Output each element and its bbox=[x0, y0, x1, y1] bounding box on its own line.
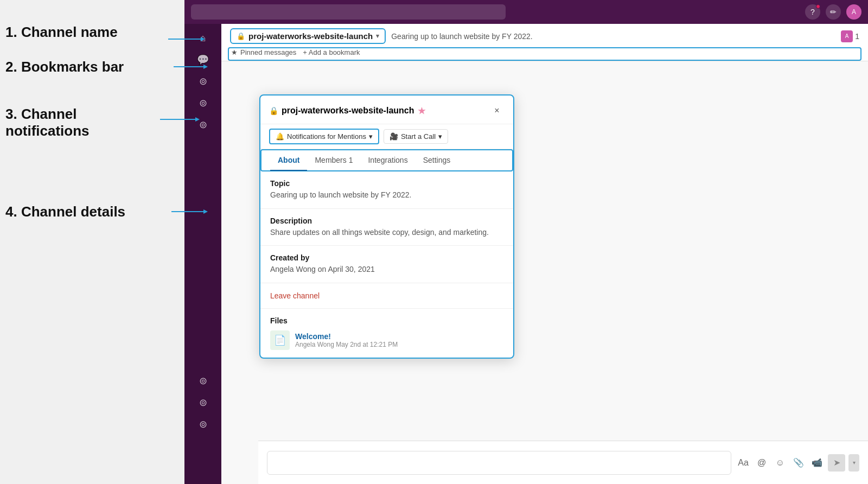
lock-icon: 🔒 bbox=[237, 32, 245, 40]
panel-tabs: About Members 1 Integrations Settings bbox=[260, 149, 513, 171]
emoji-button[interactable]: ☺ bbox=[773, 455, 788, 470]
top-bar: ? ✏ A bbox=[184, 0, 868, 24]
leave-channel-link[interactable]: Leave channel bbox=[270, 291, 320, 300]
channel-name: proj-waterworks-website-launch bbox=[248, 31, 373, 41]
video-call-button[interactable]: 📹 bbox=[809, 455, 825, 470]
annotation-2: 2. Bookmarks bar bbox=[5, 59, 124, 75]
sidebar-icon-settings3[interactable]: ⊚ bbox=[193, 415, 213, 434]
sidebar-icon-nav2[interactable]: ⊚ bbox=[193, 115, 213, 135]
sidebar-icon-home[interactable]: ⌂ bbox=[193, 28, 213, 48]
star-icon[interactable]: ★ bbox=[418, 106, 425, 116]
member-avatar: A bbox=[841, 30, 853, 42]
bell-icon: 🔔 bbox=[276, 132, 284, 141]
mention-button[interactable]: @ bbox=[754, 455, 769, 470]
sidebar-icon-nav1[interactable]: ⊚ bbox=[193, 93, 213, 113]
files-section: Files 📄 Welcome! Angela Wong May 2nd at … bbox=[260, 309, 513, 358]
file-info: Welcome! Angela Wong May 2nd at 12:21 PM bbox=[295, 332, 398, 348]
send-dropdown[interactable]: ▾ bbox=[848, 454, 859, 472]
annotation-4: 4. Channel details bbox=[5, 203, 125, 220]
send-button[interactable]: ➤ bbox=[828, 454, 845, 472]
panel-title: 🔒 proj-waterworks-website-launch ★ bbox=[269, 106, 425, 116]
leave-channel-section: Leave channel bbox=[260, 283, 513, 309]
tab-integrations[interactable]: Integrations bbox=[360, 150, 415, 171]
user-avatar[interactable]: A bbox=[846, 4, 861, 20]
annotation-3: 3. Channelnotifications bbox=[5, 106, 90, 139]
channel-details-panel: 🔒 proj-waterworks-website-launch ★ × 🔔 N… bbox=[259, 94, 514, 359]
created-by-label: Created by bbox=[270, 253, 503, 262]
start-call-label: Start a Call bbox=[401, 132, 436, 141]
tab-members[interactable]: Members 1 bbox=[307, 150, 360, 171]
sidebar-icon-settings2[interactable]: ⊚ bbox=[193, 393, 213, 412]
search-bar[interactable] bbox=[191, 4, 506, 20]
sidebar: ⌂ 💬 ⊚ ⊚ ⊚ ⊚ ⊚ ⊚ bbox=[184, 24, 221, 484]
add-bookmark-label: + Add a bookmark bbox=[303, 48, 360, 56]
help-icon[interactable]: ? bbox=[805, 4, 820, 20]
add-bookmark[interactable]: + Add a bookmark bbox=[303, 48, 360, 56]
message-input[interactable] bbox=[267, 451, 731, 475]
member-count[interactable]: A 1 bbox=[841, 30, 859, 42]
channel-name-pill[interactable]: 🔒 proj-waterworks-website-launch ▾ bbox=[230, 28, 386, 44]
notifications-label: Notifications for Mentions bbox=[287, 132, 366, 141]
annotation-1: 1. Channel name bbox=[5, 24, 118, 41]
files-label: Files bbox=[270, 316, 503, 325]
text-format-button[interactable]: Aa bbox=[736, 455, 751, 470]
topic-section: Topic Gearing up to launch website by FY… bbox=[260, 171, 513, 209]
tab-settings[interactable]: Settings bbox=[416, 150, 458, 171]
panel-body: Topic Gearing up to launch website by FY… bbox=[260, 171, 513, 358]
created-by-section: Created by Angela Wong on April 30, 2021 bbox=[260, 246, 513, 283]
file-name[interactable]: Welcome! bbox=[295, 332, 398, 341]
notifications-chevron: ▾ bbox=[369, 132, 373, 141]
close-button[interactable]: × bbox=[489, 103, 505, 118]
panel-lock-icon: 🔒 bbox=[269, 106, 278, 115]
description-section: Description Share updates on all things … bbox=[260, 209, 513, 246]
message-toolbar: Aa @ ☺ 📎 📹 ➤ ▾ bbox=[736, 454, 859, 472]
sidebar-icon-settings1[interactable]: ⊚ bbox=[193, 371, 213, 391]
sidebar-icon-mentions[interactable]: ⊚ bbox=[193, 72, 213, 91]
topic-value: Gearing up to launch website by FY 2022. bbox=[270, 190, 503, 201]
bookmarks-bar: ★ Pinned messages + Add a bookmark bbox=[228, 47, 861, 61]
panel-header: 🔒 proj-waterworks-website-launch ★ × bbox=[260, 95, 513, 124]
close-icon: × bbox=[494, 106, 499, 116]
tab-about[interactable]: About bbox=[270, 150, 307, 171]
file-meta: Angela Wong May 2nd at 12:21 PM bbox=[295, 341, 398, 348]
top-bar-left bbox=[191, 4, 506, 20]
notification-badge bbox=[816, 4, 820, 9]
content-area: ⌂ 💬 ⊚ ⊚ ⊚ ⊚ ⊚ ⊚ 🔒 proj-waterworks-websit… bbox=[184, 24, 868, 484]
file-item: 📄 Welcome! Angela Wong May 2nd at 12:21 … bbox=[270, 330, 503, 350]
channel-header: 🔒 proj-waterworks-website-launch ▾ Geari… bbox=[221, 24, 868, 61]
call-chevron: ▾ bbox=[438, 132, 442, 141]
channel-dropdown-icon: ▾ bbox=[376, 33, 379, 40]
panel-channel-name: proj-waterworks-website-launch bbox=[282, 106, 414, 116]
file-icon: 📄 bbox=[270, 330, 290, 350]
member-count-number: 1 bbox=[855, 32, 859, 41]
app-container: ? ✏ A ⌂ 💬 ⊚ ⊚ ⊚ ⊚ ⊚ ⊚ bbox=[184, 0, 868, 484]
start-call-button[interactable]: 🎥 Start a Call ▾ bbox=[384, 129, 448, 144]
pinned-label: Pinned messages bbox=[240, 48, 296, 56]
channel-name-row: 🔒 proj-waterworks-website-launch ▾ Geari… bbox=[230, 28, 859, 44]
topic-label: Topic bbox=[270, 179, 503, 188]
video-icon: 🎥 bbox=[390, 132, 398, 141]
main-content: 🔒 proj-waterworks-website-launch ▾ Geari… bbox=[221, 24, 868, 484]
top-bar-right: ? ✏ A bbox=[805, 4, 861, 20]
sidebar-icon-messages[interactable]: 💬 bbox=[193, 50, 213, 69]
channel-topic: Gearing up to launch website by FY 2022. bbox=[391, 32, 835, 41]
description-value: Share updates on all things website copy… bbox=[270, 227, 503, 238]
created-by-value: Angela Wong on April 30, 2021 bbox=[270, 264, 503, 275]
message-input-area: Aa @ ☺ 📎 📹 ➤ ▾ bbox=[258, 441, 868, 484]
pinned-messages[interactable]: ★ Pinned messages bbox=[231, 48, 296, 56]
attach-button[interactable]: 📎 bbox=[791, 455, 806, 470]
description-label: Description bbox=[270, 216, 503, 225]
panel-actions: 🔔 Notifications for Mentions ▾ 🎥 Start a… bbox=[260, 124, 513, 149]
pin-icon: ★ bbox=[231, 48, 238, 56]
compose-icon[interactable]: ✏ bbox=[826, 4, 841, 20]
notifications-button[interactable]: 🔔 Notifications for Mentions ▾ bbox=[269, 129, 379, 144]
